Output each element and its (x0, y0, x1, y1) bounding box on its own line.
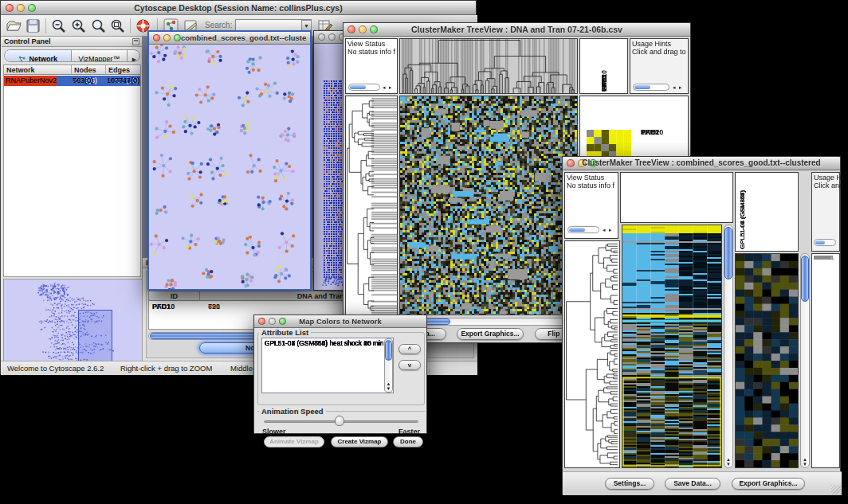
usage-hints-line1: Usage Hi (814, 174, 843, 182)
animate-vizmap-button[interactable]: Animate Vizmap (264, 436, 324, 447)
zoom-in-icon[interactable] (70, 18, 87, 34)
usage-hints-scrollbar[interactable]: ◂▸ (633, 83, 687, 92)
open-file-icon[interactable] (6, 18, 22, 34)
save-icon[interactable] (25, 18, 41, 34)
move-down-button[interactable]: v (398, 360, 421, 370)
map-colors-dialog: Map Colors to Network Attribute List GPL… (253, 315, 427, 434)
row-dendrogram[interactable] (564, 240, 620, 468)
view-status-line2: No status info f (347, 48, 395, 57)
control-panel-title: Control Panel (4, 37, 51, 46)
status-welcome: Welcome to Cytoscape 2.6.2 (7, 365, 104, 373)
close-button[interactable] (318, 33, 325, 41)
col-header-id[interactable]: ID (149, 291, 200, 301)
attribute-groupbox: GPL51-01 (GSM854) heat shock 05 minGPL51… (257, 332, 425, 405)
zoom-button[interactable] (174, 34, 181, 41)
network-window-1: combined_scores_good.txt--cluste... (147, 30, 312, 291)
global-vscrollbar[interactable]: ▲▼ (724, 225, 733, 468)
col-header-edges[interactable]: Edges (106, 65, 140, 75)
zoom-selected-icon[interactable] (90, 18, 107, 34)
status-zoom-hint: Right-click + drag to ZOOM (120, 365, 212, 373)
column-label[interactable]: GPL51-08 (GSM872) (739, 190, 746, 249)
column-label[interactable]: PAC10 (600, 70, 608, 92)
zoom-vscrollbar[interactable]: ▲▼ (800, 253, 810, 468)
attr-row-value: 790 (208, 302, 220, 311)
view-status-scrollbar[interactable]: ◂▸ (348, 83, 396, 92)
export-graphics-button[interactable]: Export Graphics... (732, 478, 805, 490)
network-nodes-count: 563(0) (73, 76, 93, 86)
resize-grip[interactable] (831, 485, 841, 494)
done-button[interactable]: Done (393, 436, 423, 447)
tab-overflow-button[interactable]: ▶ (128, 50, 140, 61)
treeview1-titlebar[interactable]: ClusterMaker TreeView : DNA and Tran 07-… (344, 23, 690, 37)
minimize-button[interactable] (163, 34, 171, 41)
settings-button[interactable]: Settings... (605, 478, 654, 490)
attribute-item[interactable]: GPL51-07 (GSM868) heat shock 60 min (263, 339, 383, 348)
network1-canvas[interactable] (149, 45, 310, 289)
treeview1-title: ClusterMaker TreeView : DNA and Tran 07-… (344, 25, 690, 34)
col-header-nodes[interactable]: Nodes (72, 65, 106, 75)
zoom-fit-icon[interactable] (109, 18, 126, 34)
global-heatmap[interactable] (622, 225, 722, 468)
status-middle-hint: Middle- (230, 365, 255, 373)
control-panel-header: Control Panel (2, 37, 142, 47)
gene-label[interactable]: MON2 (814, 255, 832, 261)
birdseye-view[interactable] (3, 279, 143, 362)
faster-label: Faster (398, 428, 420, 436)
animation-speed-label: Animation Speed (259, 407, 326, 416)
network-name: RNAPuberNov2+| (4, 76, 57, 86)
search-dropdown-button[interactable]: ▼ (301, 20, 312, 31)
tab-vizmapper[interactable]: VizMapper™ (72, 50, 128, 61)
minimize-button[interactable] (328, 33, 336, 41)
usage-hints-panel: Usage Hints Click and drag to ◂▸ (630, 38, 689, 94)
usage-hints-line2: Click and drag to (632, 48, 686, 57)
gene-labels-panel: PFD1YRA1RNR4MSL1SPC98CLN1NIS1BUD4ELG1MAK… (811, 253, 840, 468)
tab-network[interactable]: Network (5, 50, 72, 61)
usage-hints-scrollbar[interactable] (814, 238, 839, 247)
network1-title: combined_scores_good.txt--cluste... (181, 33, 307, 42)
attribute-listbox[interactable]: GPL51-01 (GSM854) heat shock 05 minGPL51… (261, 338, 394, 393)
view-status-line2: No status info f (567, 182, 614, 190)
zoom-heatmap[interactable] (735, 253, 799, 468)
network-edges-count: 107847(0) (107, 76, 139, 86)
usage-hints-line1: Usage Hints (632, 40, 671, 49)
network-row[interactable]: RNAPuberNov2+| 563(0) 107847(0) (4, 76, 140, 86)
global-heatmap[interactable] (399, 96, 578, 315)
zoom-out-icon[interactable] (50, 18, 67, 34)
export-graphics-button[interactable]: Export Graphics... (457, 328, 524, 340)
network-tab-icon (18, 56, 26, 62)
treeview2-titlebar[interactable]: ClusterMaker TreeView : combined_scores_… (563, 157, 840, 170)
speed-slider-thumb[interactable] (335, 416, 344, 426)
list-vscrollbar[interactable]: ▲▼ (384, 338, 393, 393)
column-labels-panel: GIM5GIM4PFD1GIM3YKE2PAC10 (579, 38, 628, 94)
attr-row-id: PFD1 (152, 302, 171, 311)
desktop-titlebar[interactable]: Cytoscape Desktop (Session Name: collins… (1, 1, 476, 15)
desktop-screen: Cytoscape Desktop (Session Name: collins… (0, 0, 848, 504)
column-dendrogram-panel (620, 172, 733, 223)
search-label: Search: (205, 21, 232, 30)
treeview2-window: ClusterMaker TreeView : combined_scores_… (562, 156, 841, 494)
view-status-scrollbar[interactable]: ◂▸ (567, 225, 617, 234)
network1-titlebar[interactable]: combined_scores_good.txt--cluste... (149, 32, 310, 45)
control-panel-tabs: Network VizMapper™ ▶ (4, 49, 140, 62)
close-button[interactable] (153, 34, 160, 41)
move-up-button[interactable]: ^ (398, 344, 421, 354)
view-status-panel: View Status No status info f ◂▸ (345, 38, 398, 94)
gene-label[interactable]: PAC10 (641, 128, 663, 137)
treeview2-title: ClusterMaker TreeView : combined_scores_… (563, 158, 840, 167)
col-header-network[interactable]: Network (4, 65, 72, 75)
treeview2-body: View Status No status info f ◂▸ ▲▼ GPL51… (563, 170, 842, 495)
usage-hints-line2: Click and (814, 182, 843, 190)
dialog-titlebar[interactable]: Map Colors to Network (254, 315, 426, 328)
attribute-list-label: Attribute List (259, 328, 311, 337)
network-tree-panel: Network Nodes Edges combined_scores 2764… (3, 64, 141, 277)
row-dendrogram[interactable] (345, 96, 398, 315)
usage-hints-panel: Usage Hi Click and (811, 172, 840, 252)
network-list: combined_scores 2764(0) 16218(0) combine… (4, 76, 140, 120)
create-vizmap-button[interactable]: Create Vizmap (331, 436, 388, 447)
column-dendrogram[interactable] (399, 38, 578, 94)
column-labels-panel: GPL51-01 (GSM854)GPL51-02 (GSM855)GPL51-… (735, 172, 799, 252)
float-panel-icon[interactable] (132, 38, 139, 45)
save-data-button[interactable]: Save Data... (665, 478, 720, 490)
view-status-panel: View Status No status info f ◂▸ (564, 172, 618, 239)
view-status-line1: View Status (567, 174, 604, 182)
